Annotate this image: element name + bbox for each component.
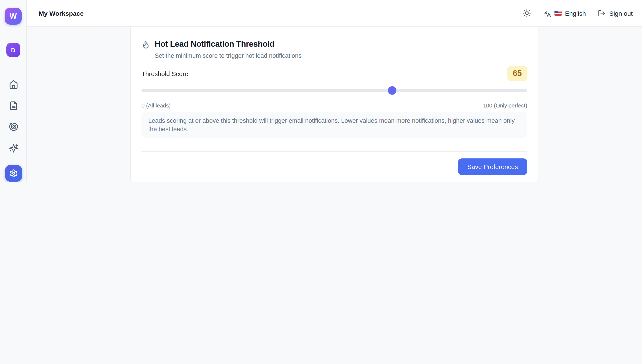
app-window: W D My Workspace bbox=[0, 0, 642, 182]
agent-avatar[interactable]: D bbox=[6, 43, 20, 57]
topbar: My Workspace English Sign out bbox=[27, 0, 642, 27]
logout-icon bbox=[598, 9, 605, 17]
threshold-card: Hot Lead Notification Threshold Set the … bbox=[131, 27, 538, 182]
sidebar-nav bbox=[0, 80, 27, 182]
page-title: My Workspace bbox=[39, 10, 84, 17]
language-selector[interactable]: English bbox=[543, 9, 586, 17]
us-flag-icon bbox=[554, 10, 562, 16]
threshold-card-title: Hot Lead Notification Threshold bbox=[155, 39, 302, 50]
workspace-logo[interactable]: W bbox=[5, 8, 22, 25]
sign-out-label: Sign out bbox=[609, 10, 633, 17]
shell-spiral-icon[interactable] bbox=[9, 122, 18, 132]
sign-out-button[interactable]: Sign out bbox=[598, 9, 633, 17]
card-divider bbox=[142, 151, 527, 152]
threshold-card-header: Hot Lead Notification Threshold Set the … bbox=[142, 39, 527, 60]
slider-min-label: 0 (All leads) bbox=[142, 102, 171, 109]
languages-icon bbox=[543, 9, 551, 17]
language-label: English bbox=[565, 10, 586, 17]
sparkles-icon[interactable] bbox=[9, 144, 18, 153]
save-preferences-button[interactable]: Save Preferences bbox=[458, 158, 527, 175]
sidebar: W D bbox=[0, 0, 27, 182]
workspace-logo-section: W bbox=[0, 0, 26, 33]
sun-icon[interactable] bbox=[522, 8, 531, 18]
home-icon[interactable] bbox=[9, 80, 18, 89]
flame-icon bbox=[142, 40, 150, 49]
slider-track[interactable] bbox=[142, 89, 527, 92]
topbar-controls: English Sign out bbox=[522, 8, 633, 18]
slider-thumb[interactable] bbox=[388, 86, 396, 95]
settings-gear-icon[interactable] bbox=[5, 165, 22, 182]
threshold-value-badge: 65 bbox=[507, 66, 527, 81]
threshold-score-label: Threshold Score bbox=[142, 70, 188, 77]
threshold-help-text: Leads scoring at or above this threshold… bbox=[142, 112, 527, 138]
main-content: Hot Lead Notification Threshold Set the … bbox=[27, 27, 642, 182]
file-text-icon[interactable] bbox=[9, 101, 18, 110]
threshold-card-subtitle: Set the minimum score to trigger hot lea… bbox=[155, 52, 302, 60]
slider-max-label: 100 (Only perfect) bbox=[483, 102, 527, 109]
threshold-slider[interactable] bbox=[142, 86, 527, 95]
